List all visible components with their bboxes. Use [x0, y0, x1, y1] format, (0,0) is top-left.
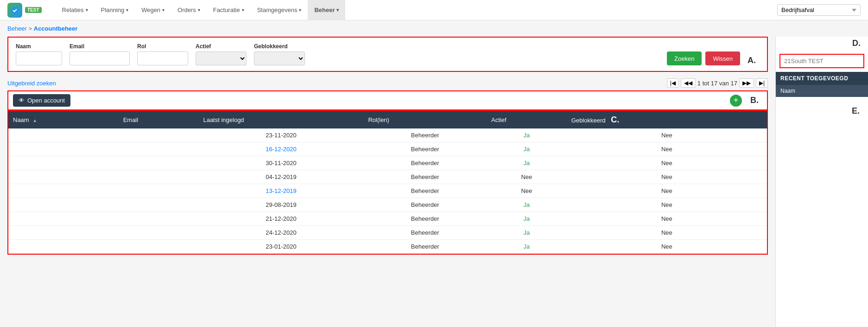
geblokkeerd-select[interactable]: Ja Nee [254, 51, 305, 65]
cell-rol: Beheerder [363, 226, 487, 240]
cell-laatst: 16-12-2020 [198, 142, 363, 156]
table-body: 23-11-2020 Beheerder Ja Nee 16-12-2020 B… [8, 128, 767, 254]
naam-input[interactable] [16, 51, 62, 65]
label-b: B. [747, 96, 762, 105]
search-buttons: Zoeken Wissen A. [667, 51, 760, 65]
table-row[interactable]: 24-12-2020 Beheerder Ja Nee [8, 226, 767, 240]
table-row[interactable]: 29-08-2019 Beheerder Ja Nee [8, 198, 767, 212]
cell-naam [8, 128, 119, 142]
cell-rol: Beheerder [363, 142, 487, 156]
cell-actief: Nee [487, 170, 567, 184]
open-account-button[interactable]: 👁 Open account [13, 94, 70, 107]
cell-rol: Beheerder [363, 240, 487, 254]
cell-geblokkeerd: Nee [567, 184, 767, 198]
cell-geblokkeerd: Nee [567, 240, 767, 254]
cell-naam [8, 184, 119, 198]
chevron-down-icon: ▾ [86, 7, 88, 13]
cell-naam [8, 226, 119, 240]
cell-naam [8, 156, 119, 170]
extended-search-row: Uitgebreid zoeken |◀ ◀◀ 1 tot 17 van 17 … [7, 76, 768, 90]
pagination: |◀ ◀◀ 1 tot 17 van 17 ▶▶ ▶| [667, 78, 768, 88]
cell-actief: Ja [487, 198, 567, 212]
cell-geblokkeerd: Nee [567, 142, 767, 156]
nav-beheer[interactable]: Beheer ▾ [308, 0, 345, 20]
chevron-down-icon: ▾ [299, 7, 301, 13]
logo-badge: TEST [25, 7, 42, 13]
table-row[interactable]: 21-12-2020 Beheerder Ja Nee [8, 212, 767, 226]
extended-search-link[interactable]: Uitgebreid zoeken [7, 80, 56, 87]
nav-relaties[interactable]: Relaties ▾ [56, 0, 95, 20]
cell-laatst: 13-12-2019 [198, 184, 363, 198]
email-input[interactable] [70, 51, 130, 65]
nav-wegen[interactable]: Wegen ▾ [135, 0, 171, 20]
add-button[interactable]: + [730, 95, 742, 107]
naam-label: Naam [16, 43, 62, 50]
content-area: Naam Email Rol Actief Ja Nee [0, 37, 775, 327]
page-last-btn[interactable]: ▶| [756, 78, 768, 88]
cell-actief: Ja [487, 212, 567, 226]
cell-naam [8, 142, 119, 156]
cell-actief: Ja [487, 156, 567, 170]
wissen-button[interactable]: Wissen [705, 51, 740, 65]
cell-geblokkeerd: Nee [567, 226, 767, 240]
table-row[interactable]: 23-01-2020 Beheerder Ja Nee [8, 240, 767, 254]
nav-menu: Relaties ▾ Planning ▾ Wegen ▾ Orders ▾ F… [56, 0, 861, 20]
nav-orders[interactable]: Orders ▾ [171, 0, 207, 20]
cell-geblokkeerd: Nee [567, 128, 767, 142]
cell-geblokkeerd: Nee [567, 170, 767, 184]
accounts-table: Naam ▲ Email Laatst ingelogd Rol(len) [8, 111, 767, 254]
col-geblokkeerd: Geblokkeerd C. [567, 111, 767, 128]
table-row[interactable]: 13-12-2019 Beheerder Nee Nee [8, 184, 767, 198]
cell-laatst: 04-12-2019 [198, 170, 363, 184]
col-email: Email [119, 111, 199, 128]
table-row[interactable]: 30-11-2020 Beheerder Ja Nee [8, 156, 767, 170]
company-select[interactable]: Bedrijfsafval [777, 4, 861, 16]
nav-facturatie[interactable]: Facturatie ▾ [207, 0, 251, 20]
search-fields: Naam Email Rol Actief Ja Nee [16, 43, 760, 65]
rol-input[interactable] [137, 51, 188, 65]
page-first-btn[interactable]: |◀ [667, 78, 679, 88]
data-table-wrap: Naam ▲ Email Laatst ingelogd Rol(len) [7, 110, 768, 255]
cell-rol: Beheerder [363, 184, 487, 198]
cell-laatst: 23-11-2020 [198, 128, 363, 142]
logo: TEST [7, 3, 42, 18]
chevron-down-icon: ▾ [336, 7, 339, 13]
nav-stamgegevens[interactable]: Stamgegevens ▾ [251, 0, 308, 20]
sidebar-recent-header: RECENT TOEGEVOEGD [776, 72, 868, 85]
cell-naam [8, 212, 119, 226]
cell-laatst: 23-01-2020 [198, 240, 363, 254]
breadcrumb-parent[interactable]: Beheer [7, 25, 27, 32]
cell-rol: Beheerder [363, 198, 487, 212]
cell-rol: Beheerder [363, 156, 487, 170]
cell-naam [8, 170, 119, 184]
geblokkeerd-field-group: Geblokkeerd Ja Nee [254, 43, 305, 65]
cell-rol: Beheerder [363, 212, 487, 226]
cell-rol: Beheerder [363, 170, 487, 184]
table-row[interactable]: 04-12-2019 Beheerder Nee Nee [8, 170, 767, 184]
nav-planning[interactable]: Planning ▾ [95, 0, 135, 20]
actief-field-group: Actief Ja Nee [196, 43, 247, 65]
sidebar-search-input[interactable] [780, 55, 863, 67]
page-prev-btn[interactable]: ◀◀ [681, 78, 696, 88]
chevron-down-icon: ▾ [242, 7, 244, 13]
cell-email [119, 170, 199, 184]
cell-actief: Ja [487, 226, 567, 240]
breadcrumb: Beheer > Accountbeheer [0, 20, 868, 37]
actief-select[interactable]: Ja Nee [196, 51, 247, 65]
rol-label: Rol [137, 43, 188, 50]
sidebar-col-header: Naam [776, 85, 868, 97]
label-c: C. [607, 115, 623, 124]
zoeken-button[interactable]: Zoeken [667, 51, 702, 65]
cell-email [119, 184, 199, 198]
chevron-down-icon: ▾ [162, 7, 165, 13]
table-row[interactable]: 23-11-2020 Beheerder Ja Nee [8, 128, 767, 142]
naam-field-group: Naam [16, 43, 62, 65]
cell-email [119, 142, 199, 156]
search-panel: Naam Email Rol Actief Ja Nee [7, 37, 768, 72]
cell-laatst: 21-12-2020 [198, 212, 363, 226]
cell-naam [8, 198, 119, 212]
page-next-btn[interactable]: ▶▶ [739, 78, 754, 88]
actief-label: Actief [196, 43, 247, 50]
table-row[interactable]: 16-12-2020 Beheerder Ja Nee [8, 142, 767, 156]
cell-laatst: 29-08-2019 [198, 198, 363, 212]
